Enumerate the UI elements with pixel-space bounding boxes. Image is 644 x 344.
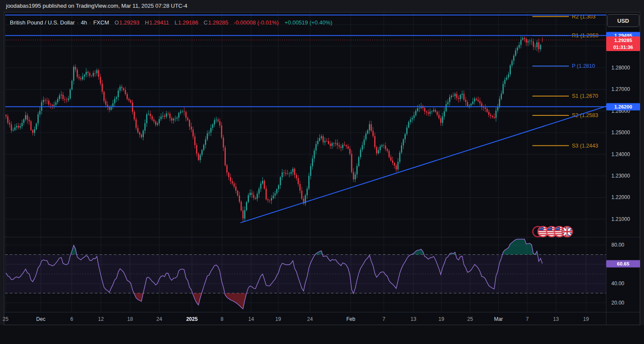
low-value: 1.29186 xyxy=(178,19,198,26)
time-axis-tick: 12 xyxy=(98,316,103,322)
legend-separator: · xyxy=(77,19,79,26)
high-label: H xyxy=(145,19,149,26)
high-value: 1.29411 xyxy=(149,19,169,26)
tradingview-snapshot: joodabas1995 published on TradingView.co… xyxy=(0,0,644,344)
time-axis-tick: 19 xyxy=(583,316,589,322)
legend-separator: · xyxy=(89,19,91,26)
rsi-axis-label: 40.00 xyxy=(611,281,624,287)
close-label: C xyxy=(204,19,207,26)
time-axis-tick: 7 xyxy=(526,316,529,322)
price-axis-label: 1.24000 xyxy=(611,151,630,157)
change-percent-40: +0.00519 (+0.40%) xyxy=(285,19,332,26)
price-axis-label: 1.28000 xyxy=(611,65,630,71)
pivot-label-s3: S3 (1.2443 xyxy=(572,143,598,149)
close-value: 1.29285 xyxy=(208,19,228,26)
rsi-axis-label: 20.00 xyxy=(611,300,624,306)
last-price-label: 1.29285 01:31:36 xyxy=(606,36,640,51)
time-axis-tick: 25 xyxy=(3,316,8,322)
attribution-text: joodabas1995 published on TradingView.co… xyxy=(6,0,187,12)
price-axis-label: 1.27000 xyxy=(611,86,630,92)
exchange-label: FXCM xyxy=(93,19,109,26)
flag-stickers[interactable] xyxy=(533,226,572,237)
time-axis-tick: 6 xyxy=(70,316,73,322)
time-axis-tick: Dec xyxy=(36,316,45,322)
change-value: -0.00008 (-0.01%) xyxy=(234,19,279,26)
candle-countdown: 01:31:36 xyxy=(606,44,640,51)
rsi-axis-label: 80.00 xyxy=(611,242,624,248)
time-axis-tick: 24 xyxy=(156,316,162,322)
time-axis-tick: 13 xyxy=(410,316,416,322)
open-label: O xyxy=(115,19,119,26)
pivot-label-p: P (1.2810 xyxy=(572,63,595,69)
low-label: L xyxy=(174,19,177,26)
price-axis-label: 1.22000 xyxy=(611,194,630,200)
chart-legend[interactable]: British Pound / U.S. Dollar·4h·FXCM O1.2… xyxy=(10,19,332,27)
time-axis-tick: 8 xyxy=(221,316,224,322)
time-axis-tick: 2025 xyxy=(186,316,198,322)
price-axis-label: 1.25000 xyxy=(611,130,630,136)
time-axis-tick: 7 xyxy=(383,316,386,322)
price-axis-label: 1.21000 xyxy=(611,216,630,222)
time-axis-tick: 14 xyxy=(248,316,254,322)
time-axis-tick: 18 xyxy=(127,316,133,322)
interval-label[interactable]: 4h xyxy=(81,19,87,26)
time-axis-tick: 24 xyxy=(307,316,313,322)
rsi-value-label: 60.65 xyxy=(606,260,640,267)
chart-canvas[interactable]: R2 (1.303R1 (1.2950P (1.2810S1 (1.2670S2… xyxy=(4,12,640,325)
pivot-label-r2: R2 (1.303 xyxy=(572,14,595,20)
candles-layer xyxy=(6,36,543,222)
trend-line xyxy=(240,106,606,223)
time-axis-tick: 19 xyxy=(438,316,444,322)
time-axis-tick: Feb xyxy=(346,316,355,322)
last-price-value: 1.29285 xyxy=(606,37,640,44)
price-axis-label: 1.23000 xyxy=(611,173,630,179)
time-axis-tick: 19 xyxy=(275,316,281,322)
time-axis-tick: Mar xyxy=(494,316,503,322)
footer-bar: TradingView xyxy=(0,325,644,344)
currency-toggle-button[interactable]: USD xyxy=(607,14,639,27)
hline-price-label-lower: 1.26200 xyxy=(606,103,640,110)
time-axis-tick: 25 xyxy=(467,316,473,322)
chart-widget: R2 (1.303R1 (1.2950P (1.2810S1 (1.2670S2… xyxy=(4,12,640,325)
symbol-title[interactable]: British Pound / U.S. Dollar xyxy=(10,19,75,26)
time-axis-tick: 13 xyxy=(553,316,559,322)
rsi-bands xyxy=(5,255,606,293)
pivot-label-s1: S1 (1.2670 xyxy=(572,93,598,99)
pivot-levels: R2 (1.303R1 (1.2950P (1.2810S1 (1.2670S2… xyxy=(532,14,598,149)
attribution-bar: joodabas1995 published on TradingView.co… xyxy=(0,0,644,12)
open-value: 1.29293 xyxy=(119,19,140,26)
